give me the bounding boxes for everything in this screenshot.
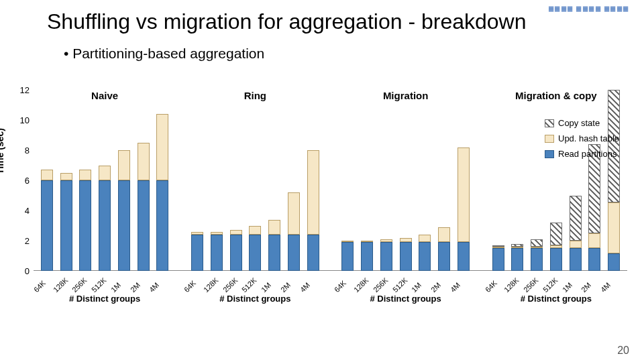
bar bbox=[99, 166, 111, 272]
bar bbox=[230, 230, 242, 271]
page-title: Shuffling vs migration for aggregation -… bbox=[47, 9, 526, 34]
bar-segment-copy bbox=[550, 223, 562, 245]
x-tick: 1M bbox=[109, 280, 123, 294]
bar-segment-upd bbox=[288, 192, 300, 235]
x-tick: 512K bbox=[240, 280, 254, 294]
bar-segment-read bbox=[531, 248, 543, 271]
legend-item: Read partitions bbox=[545, 149, 632, 159]
y-axis-label: Time (sec) bbox=[0, 128, 5, 174]
bar-segment-read bbox=[41, 180, 53, 271]
x-axis-label: # Distinct groups bbox=[34, 294, 176, 304]
x-tick: 1M bbox=[410, 280, 424, 294]
bar-segment-upd bbox=[138, 143, 150, 180]
bar-segment-upd bbox=[458, 147, 470, 243]
y-tick: 8 bbox=[15, 145, 30, 156]
bar-segment-read bbox=[118, 180, 130, 271]
legend-swatch bbox=[545, 135, 554, 143]
bar-segment-upd bbox=[60, 173, 72, 180]
y-tick: 0 bbox=[15, 266, 30, 276]
bar bbox=[400, 238, 412, 272]
y-tick: 6 bbox=[15, 176, 30, 186]
x-tick: 64K bbox=[483, 280, 497, 294]
bar-segment-read bbox=[79, 180, 91, 271]
bar-segment-upd bbox=[156, 114, 168, 180]
bar-segment-upd bbox=[118, 150, 130, 180]
x-tick: 2M bbox=[279, 280, 293, 294]
x-tick: 1M bbox=[260, 280, 274, 294]
x-axis-label: # Distinct groups bbox=[335, 294, 477, 304]
bar bbox=[511, 244, 523, 272]
legend-label: Copy state bbox=[558, 118, 600, 128]
bar-segment-upd bbox=[307, 150, 319, 235]
legend-item: Upd. hash table bbox=[545, 133, 632, 143]
bar bbox=[211, 232, 223, 272]
x-tick: 4M bbox=[449, 280, 463, 294]
bar-segment-read bbox=[341, 242, 354, 271]
bar bbox=[138, 143, 150, 271]
bar-segment-upd bbox=[99, 166, 111, 181]
x-tick: 256K bbox=[221, 280, 235, 294]
bar-segment-upd bbox=[249, 226, 261, 235]
bar-segment-read bbox=[570, 248, 582, 271]
x-tick: 64K bbox=[182, 280, 197, 294]
x-axis-label: # Distinct groups bbox=[184, 294, 326, 304]
legend-label: Read partitions bbox=[558, 149, 616, 159]
bar-segment-read bbox=[99, 180, 111, 271]
x-tick: 256K bbox=[372, 280, 386, 294]
bar-segment-upd bbox=[41, 170, 53, 180]
bar bbox=[438, 227, 450, 271]
bar bbox=[268, 220, 280, 272]
x-tick: 512K bbox=[541, 280, 555, 294]
x-tick: 256K bbox=[522, 280, 536, 294]
bar-segment-upd bbox=[268, 220, 280, 235]
bar bbox=[458, 147, 470, 272]
bar bbox=[288, 192, 300, 271]
bar-segment-read bbox=[138, 180, 150, 271]
x-tick: 64K bbox=[32, 280, 46, 294]
bar-segment-copy bbox=[492, 245, 504, 247]
bar-segment-read bbox=[419, 242, 431, 271]
x-tick: 2M bbox=[129, 280, 143, 294]
bar-segment-read bbox=[588, 248, 600, 271]
bar-segment-copy bbox=[570, 196, 582, 241]
bar-segment-read bbox=[380, 242, 392, 271]
bar-segment-copy bbox=[511, 244, 523, 247]
bar bbox=[60, 173, 72, 271]
x-tick: 128K bbox=[352, 280, 366, 294]
y-tick: 4 bbox=[15, 206, 30, 216]
bar bbox=[156, 114, 168, 271]
bar bbox=[191, 232, 203, 272]
bar bbox=[79, 170, 91, 271]
bar bbox=[570, 196, 582, 272]
x-tick: 2M bbox=[580, 280, 594, 294]
bar-segment-read bbox=[458, 242, 470, 271]
bar bbox=[380, 239, 392, 271]
bar-segment-upd bbox=[570, 241, 582, 248]
bar-segment-read bbox=[608, 253, 620, 271]
legend-item: Copy state bbox=[545, 118, 632, 128]
bar bbox=[531, 239, 543, 271]
legend-swatch bbox=[545, 150, 554, 158]
bar-segment-read bbox=[400, 242, 412, 271]
bar-segment-read bbox=[361, 242, 373, 271]
legend: Copy stateUpd. hash tableRead partitions bbox=[545, 113, 632, 164]
bar-segment-upd bbox=[438, 227, 450, 243]
bar-segment-read bbox=[550, 248, 562, 271]
x-tick: 128K bbox=[202, 280, 216, 294]
page-number: 20 bbox=[617, 345, 629, 357]
x-tick: 4M bbox=[299, 280, 313, 294]
bar-segment-upd bbox=[230, 230, 242, 235]
legend-label: Upd. hash table bbox=[558, 133, 619, 143]
bar-segment-upd bbox=[400, 238, 412, 243]
subtitle: • Partitioning-based aggregation bbox=[64, 46, 264, 62]
bar-segment-read bbox=[438, 242, 450, 271]
bar bbox=[492, 245, 504, 271]
bar-segment-read bbox=[156, 180, 168, 271]
y-tick: 2 bbox=[15, 236, 30, 246]
x-tick: 4M bbox=[599, 280, 613, 294]
x-tick: 64K bbox=[333, 280, 347, 294]
bar bbox=[41, 170, 53, 271]
bar-segment-upd bbox=[79, 170, 91, 180]
bar-segment-read bbox=[492, 248, 504, 271]
x-tick: 2M bbox=[429, 280, 443, 294]
